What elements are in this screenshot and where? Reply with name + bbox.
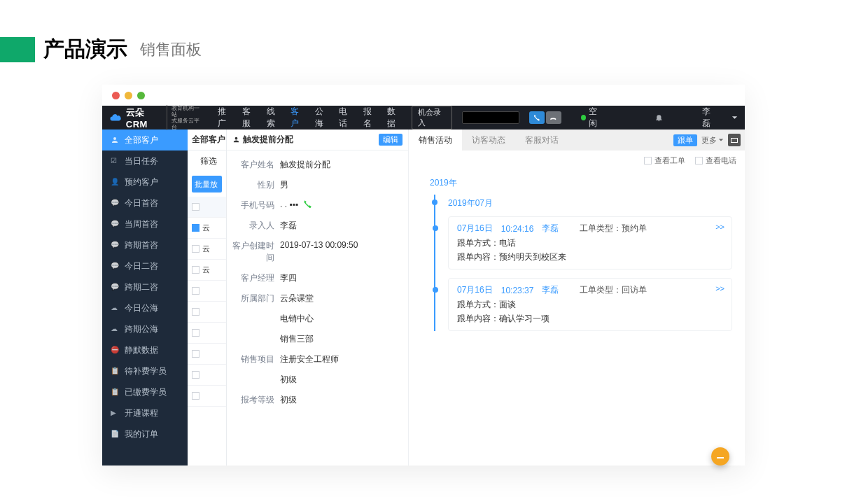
nav-item-promote[interactable]: 推广 [218, 106, 232, 130]
entry-user: 李磊 [542, 223, 559, 234]
nav-item-pool[interactable]: 公海 [315, 106, 330, 130]
tab-visitor-activity[interactable]: 访客动态 [462, 130, 515, 150]
sidebar-header-label: 全部客户 [125, 134, 158, 146]
phone-icon[interactable] [302, 200, 312, 209]
sidebar-item-8[interactable]: ☁跨期公海 [102, 318, 188, 340]
sidebar-item-icon: 📋 [111, 388, 119, 396]
list-row[interactable] [188, 281, 226, 302]
slide-title: 产品演示 [43, 35, 127, 64]
row-checkbox[interactable] [192, 203, 200, 211]
sidebar-item-3[interactable]: 💬当周首咨 [102, 214, 188, 234]
opportunity-entry-button[interactable]: 机会录入 [412, 106, 452, 130]
row-checkbox[interactable] [192, 308, 200, 316]
search-input[interactable] [462, 111, 519, 124]
agent-status[interactable]: 空闲 [581, 106, 604, 130]
fab-minimize-button[interactable]: – [711, 447, 729, 465]
list-row[interactable] [188, 365, 226, 386]
top-nav: 云朵CRM 教育机构一站式服务云平台 推广 客服 线索 客户 公海 电话 报名 … [102, 106, 745, 130]
current-user[interactable]: 李磊 [702, 106, 718, 130]
more-dropdown[interactable]: 更多 [701, 135, 724, 146]
detail-row: 报考等级初级 [232, 390, 402, 410]
nav-item-support[interactable]: 客服 [242, 106, 257, 130]
maximize-icon[interactable] [137, 92, 145, 99]
sidebar-item-4[interactable]: 💬跨期首咨 [102, 234, 188, 255]
sidebar-item-label: 待补费学员 [125, 365, 167, 377]
list-row[interactable]: 云 [188, 239, 226, 260]
row-checkbox[interactable] [192, 329, 200, 337]
activity-filters: 查看工单 查看电话 [409, 150, 745, 170]
expand-button[interactable]: >> [715, 284, 724, 293]
sidebar-item-icon: ☁ [111, 325, 119, 333]
dock-panel-button[interactable] [728, 134, 741, 146]
nav-item-data[interactable]: 数据 [387, 106, 402, 130]
more-label: 更多 [701, 135, 717, 146]
activity-panel: 销售活动 访客动态 客服对话 跟单 更多 查看工单 查看电话 2019年 [409, 130, 745, 465]
detail-row: 电销中心 [232, 309, 402, 329]
call-pickup-icon[interactable] [529, 111, 545, 124]
edit-button[interactable]: 编辑 [379, 134, 402, 146]
follow-button[interactable]: 跟单 [673, 134, 697, 146]
list-row[interactable] [188, 323, 226, 344]
row-text: 云 [202, 223, 210, 233]
sidebar-item-13[interactable]: 📄我的订单 [102, 424, 188, 444]
detail-value: 初级 [280, 394, 297, 406]
row-checkbox[interactable] [192, 350, 200, 358]
filter-label[interactable]: 筛选 [188, 150, 226, 172]
sidebar-item-label: 静默数据 [125, 344, 158, 356]
filter-view-call[interactable]: 查看电话 [695, 155, 736, 166]
nav-item-leads[interactable]: 线索 [267, 106, 281, 130]
call-buttons [529, 111, 561, 124]
call-hangup-icon[interactable] [546, 111, 561, 124]
list-row[interactable] [188, 386, 226, 407]
nav-item-customer[interactable]: 客户 [290, 106, 305, 130]
sidebar-item-7[interactable]: ☁今日公海 [102, 298, 188, 318]
bell-icon[interactable] [654, 113, 664, 122]
sidebar-item-6[interactable]: 💬跨期二咨 [102, 276, 188, 298]
sidebar-item-icon: 💬 [111, 199, 119, 207]
row-checkbox[interactable] [192, 287, 200, 295]
sidebar-item-0[interactable]: ☑当日任务 [102, 150, 188, 172]
row-checkbox[interactable] [192, 245, 200, 253]
timeline-year: 2019年 [430, 177, 732, 189]
sidebar-header[interactable]: 全部客户 [102, 130, 188, 150]
row-checkbox[interactable] [192, 266, 200, 274]
detail-row: 客户经理李四 [232, 268, 402, 288]
sidebar-item-10[interactable]: 📋待补费学员 [102, 360, 188, 382]
sidebar-item-label: 当日任务 [125, 155, 158, 167]
user-icon [111, 136, 119, 144]
list-row[interactable]: 云 [188, 260, 226, 281]
batch-release-button[interactable]: 批量放 [192, 176, 222, 192]
status-label: 空闲 [589, 106, 603, 130]
nav-item-signup[interactable]: 报名 [363, 106, 378, 130]
list-row[interactable] [188, 344, 226, 365]
sidebar-item-2[interactable]: 💬今日首咨 [102, 192, 188, 214]
close-icon[interactable] [112, 92, 120, 99]
detail-label: 销售项目 [232, 354, 280, 365]
sidebar-item-11[interactable]: 📋已缴费学员 [102, 382, 188, 402]
detail-row: 客户姓名触发提前分配 [232, 155, 402, 175]
list-header-row[interactable] [188, 197, 226, 218]
chevron-down-icon[interactable] [732, 114, 738, 121]
row-checkbox[interactable] [192, 392, 200, 400]
sidebar-item-icon: ▶ [111, 409, 119, 417]
row-checkbox[interactable] [192, 371, 200, 379]
sidebar-item-1[interactable]: 👤预约客户 [102, 172, 188, 192]
detail-value: . . ▪▪▪ [280, 200, 298, 209]
list-row[interactable] [188, 302, 226, 323]
tab-support-chat[interactable]: 客服对话 [515, 130, 568, 150]
nav-item-phone[interactable]: 电话 [339, 106, 354, 130]
filter-view-ticket[interactable]: 查看工单 [644, 155, 685, 166]
list-row[interactable]: 云 [188, 218, 226, 239]
sidebar-item-9[interactable]: ⛔静默数据 [102, 340, 188, 360]
minimize-icon[interactable] [125, 92, 132, 99]
detail-row: 手机号码. . ▪▪▪ [232, 195, 402, 216]
sidebar-item-12[interactable]: ▶开通课程 [102, 402, 188, 424]
detail-row: 所属部门云朵课堂 [232, 288, 402, 309]
row-checkbox[interactable] [192, 224, 200, 232]
slide-subtitle: 销售面板 [140, 39, 202, 60]
expand-button[interactable]: >> [715, 223, 724, 231]
app-body: 全部客户 ☑当日任务👤预约客户💬今日首咨💬当周首咨💬跨期首咨💬今日二咨💬跨期二咨… [102, 130, 745, 465]
tab-sales-activity[interactable]: 销售活动 [409, 130, 462, 150]
sidebar-item-label: 已缴费学员 [125, 386, 167, 398]
sidebar-item-5[interactable]: 💬今日二咨 [102, 255, 188, 276]
